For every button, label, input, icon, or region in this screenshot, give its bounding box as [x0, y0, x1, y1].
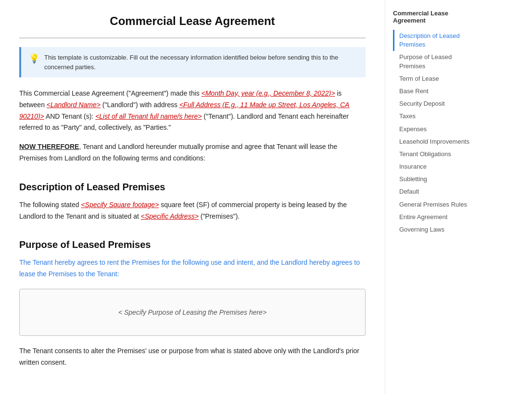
intro-part4: AND Tenant (s):	[44, 112, 95, 120]
document-title: Commercial Lease Agreement	[19, 14, 366, 28]
sidebar-item-general-premises[interactable]: General Premises Rules	[393, 198, 478, 211]
main-content: Commercial Lease Agreement 💡 This templa…	[0, 0, 385, 394]
specific-address-placeholder[interactable]: <Specific Address>	[141, 212, 199, 220]
purpose-input-box[interactable]: < Specify Purpose of Leasing the Premise…	[19, 289, 366, 336]
section-heading-description: Description of Leased Premises	[19, 182, 366, 193]
section-heading-purpose: Purpose of Leased Premises	[19, 239, 366, 250]
landlord-placeholder[interactable]: <Landlord Name>	[47, 101, 101, 109]
tenant-placeholder[interactable]: <List of all Tenant full name/s here>	[95, 112, 202, 120]
description-body: The following stated <Specify Square foo…	[19, 199, 366, 222]
sqft-placeholder[interactable]: <Specify Square footage>	[81, 201, 159, 209]
sidebar-title: Commercial Lease Agreement	[393, 10, 478, 24]
sidebar-nav: Description of Leased PremisesPurpose of…	[393, 30, 478, 236]
info-box-text: This template is customizable. Fill out …	[44, 53, 358, 72]
sidebar-item-tenant-obligations[interactable]: Tenant Obligations	[393, 148, 478, 160]
sidebar-item-insurance[interactable]: Insurance	[393, 160, 478, 173]
now-therefore: NOW THEREFORE	[19, 143, 79, 150]
sidebar-item-security-deposit[interactable]: Security Deposit	[393, 98, 478, 110]
purpose-intro-text: The Tenant hereby agrees to rent the Pre…	[19, 257, 366, 280]
sidebar-item-term[interactable]: Term of Lease	[393, 73, 478, 85]
title-divider	[19, 37, 366, 38]
therefore-paragraph: NOW THEREFORE, Tenant and Landlord hereu…	[19, 141, 366, 164]
sidebar-item-base-rent[interactable]: Base Rent	[393, 85, 478, 98]
date-placeholder[interactable]: <Month Day, year (e.g., December 8, 2022…	[202, 89, 335, 97]
sidebar-item-expenses[interactable]: Expenses	[393, 123, 478, 135]
desc-part3: ("Premises").	[199, 212, 240, 220]
sidebar-item-entire-agreement[interactable]: Entire Agreement	[393, 211, 478, 223]
desc-part1: The following stated	[19, 201, 81, 209]
info-box: 💡 This template is customizable. Fill ou…	[19, 47, 366, 77]
sidebar-item-taxes[interactable]: Taxes	[393, 110, 478, 123]
sidebar-item-description[interactable]: Description of Leased Premises	[393, 30, 478, 51]
sidebar-item-subletting[interactable]: Subletting	[393, 173, 478, 185]
sidebar: Commercial Lease Agreement Description o…	[385, 0, 486, 394]
sidebar-item-governing-laws[interactable]: Governing Laws	[393, 223, 478, 236]
info-icon: 💡	[29, 53, 39, 64]
sidebar-item-default[interactable]: Default	[393, 185, 478, 198]
sidebar-item-purpose[interactable]: Purpose of Leased Premises	[393, 51, 478, 72]
intro-part1: This Commercial Lease Agreement ("Agreem…	[19, 89, 202, 97]
sidebar-item-leasehold[interactable]: Leasehold Improvements	[393, 135, 478, 148]
purpose-footer-text: The Tenant consents to alter the Premise…	[19, 345, 366, 369]
intro-paragraph: This Commercial Lease Agreement ("Agreem…	[19, 88, 366, 134]
purpose-placeholder-text: < Specify Purpose of Leasing the Premise…	[118, 308, 266, 316]
intro-part3: ("Landlord") with address	[101, 101, 179, 109]
